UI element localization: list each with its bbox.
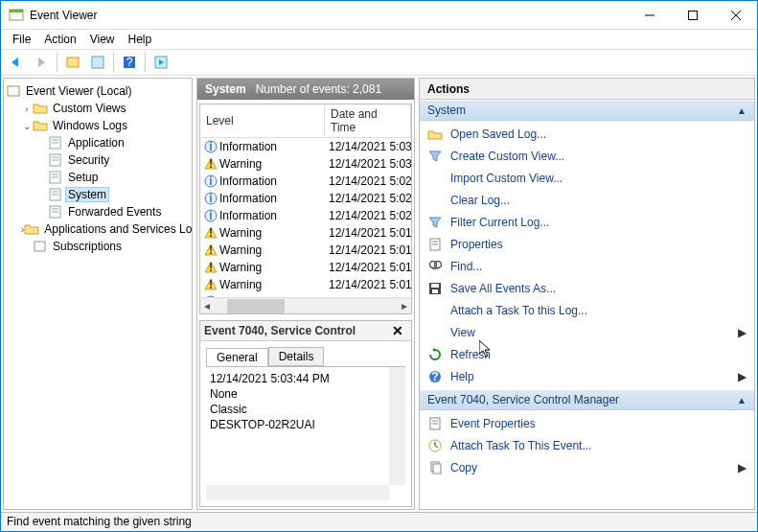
log-icon xyxy=(48,187,63,202)
event-row[interactable]: iInformation12/14/2021 5:02:30 xyxy=(200,207,411,224)
action-item[interactable]: Filter Current Log... xyxy=(420,211,754,233)
expand-icon[interactable]: ⌄ xyxy=(21,121,33,131)
log-icon xyxy=(48,135,63,150)
tree-item[interactable]: System xyxy=(6,186,190,203)
event-level: Warning xyxy=(219,157,262,171)
event-row[interactable]: iInformation12/14/2021 5:02:30 xyxy=(200,190,411,207)
maximize-button[interactable] xyxy=(671,1,714,29)
folder-icon xyxy=(24,221,39,237)
info-icon: i xyxy=(204,192,218,205)
collapse-icon[interactable]: ▲ xyxy=(737,395,747,405)
detail-h-scrollbar[interactable] xyxy=(206,485,389,500)
action-item[interactable]: Event Properties xyxy=(420,412,754,434)
forward-button[interactable] xyxy=(30,52,53,73)
event-table-body[interactable]: iInformation12/14/2021 5:03:44!Warning12… xyxy=(200,138,411,297)
action-item[interactable]: ?Help▶ xyxy=(420,365,754,387)
detail-title: Event 7040, Service Control xyxy=(204,324,388,337)
props-icon xyxy=(427,416,443,431)
expand-icon[interactable]: › xyxy=(21,104,33,114)
toolbar: ? xyxy=(1,49,757,76)
menu-view[interactable]: View xyxy=(84,31,121,48)
menu-action[interactable]: Action xyxy=(38,31,81,48)
event-datetime: 12/14/2021 5:03:20 xyxy=(325,157,411,171)
action-item[interactable]: Attach a Task To this Log... xyxy=(420,299,754,321)
event-datetime: 12/14/2021 5:01:19 xyxy=(325,278,411,291)
event-viewer-icon xyxy=(6,83,21,99)
tree-item[interactable]: Setup xyxy=(6,169,190,186)
event-row[interactable]: iInformation12/14/2021 5:02:30 xyxy=(200,173,411,190)
action-item[interactable]: Refresh xyxy=(420,343,754,365)
event-row[interactable]: !Warning12/14/2021 5:01:19 xyxy=(200,276,411,293)
event-row[interactable]: iInformation12/14/2021 5:03:44 xyxy=(200,138,411,155)
svg-point-48 xyxy=(435,261,442,267)
toolbar-icon-1[interactable] xyxy=(61,52,84,73)
event-row[interactable]: !Warning12/14/2021 5:01:19 xyxy=(200,242,411,259)
svg-text:i: i xyxy=(209,209,212,222)
save-icon xyxy=(427,281,443,296)
center-header-title: System xyxy=(205,82,246,96)
open-icon xyxy=(427,127,443,142)
close-button[interactable] xyxy=(714,1,757,29)
action-item[interactable]: Attach Task To This Event... xyxy=(420,434,754,456)
event-row[interactable]: !Warning12/14/2021 5:03:20 xyxy=(200,155,411,173)
minimize-button[interactable] xyxy=(628,1,671,29)
action-item[interactable]: Copy▶ xyxy=(420,456,754,478)
chevron-right-icon: ▶ xyxy=(738,326,747,339)
collapse-icon[interactable]: ▲ xyxy=(737,105,747,116)
detail-v-scrollbar[interactable] xyxy=(389,367,405,485)
svg-rect-1 xyxy=(10,10,23,12)
event-row[interactable]: !Warning12/14/2021 5:01:19 xyxy=(200,259,411,276)
tree-item[interactable]: Forwarded Events xyxy=(6,203,190,220)
detail-close-icon[interactable]: ✕ xyxy=(388,323,407,338)
tree-item[interactable]: Security xyxy=(6,151,190,169)
tree-item[interactable]: Subscriptions xyxy=(6,238,190,255)
center-pane: System Number of events: 2,081 Level Dat… xyxy=(196,78,415,510)
action-item[interactable]: View▶ xyxy=(420,321,754,343)
action-item[interactable]: Save All Events As... xyxy=(420,277,754,299)
tree-item[interactable]: ›Custom Views xyxy=(6,100,190,117)
action-item-label: Attach a Task To this Log... xyxy=(450,304,587,317)
toolbar-help-icon[interactable]: ? xyxy=(118,52,141,73)
action-item[interactable]: Clear Log... xyxy=(420,189,754,211)
col-level[interactable]: Level xyxy=(200,104,325,137)
tree-item-label: Application xyxy=(65,135,127,150)
center-header-count: Number of events: 2,081 xyxy=(256,82,381,96)
center-header: System Number of events: 2,081 xyxy=(197,79,414,100)
action-item[interactable]: Find... xyxy=(420,255,754,277)
action-item-label: Open Saved Log... xyxy=(450,127,546,141)
action-item-label: Copy xyxy=(450,461,477,474)
info-icon: i xyxy=(204,174,218,188)
col-datetime[interactable]: Date and Time xyxy=(325,104,411,137)
event-table-header[interactable]: Level Date and Time xyxy=(200,104,411,138)
tab-general[interactable]: General xyxy=(206,348,268,367)
action-item-label: Refresh xyxy=(450,348,491,361)
action-item[interactable]: Open Saved Log... xyxy=(420,123,754,145)
log-icon xyxy=(48,204,63,220)
toolbar-icon-2[interactable] xyxy=(86,52,109,73)
menu-file[interactable]: File xyxy=(7,31,36,48)
event-datetime: 12/14/2021 5:01:21 xyxy=(325,226,411,240)
svg-text:!: ! xyxy=(209,157,213,171)
h-scrollbar[interactable]: ◂▸ xyxy=(200,297,411,313)
action-section-header[interactable]: Event 7040, Service Control Manager▲ xyxy=(420,389,754,410)
event-level: Warning xyxy=(219,278,262,291)
tree-root[interactable]: Event Viewer (Local) xyxy=(6,82,190,100)
menu-help[interactable]: Help xyxy=(123,31,158,48)
chevron-right-icon: ▶ xyxy=(738,461,747,474)
svg-text:!: ! xyxy=(209,261,213,274)
action-item[interactable]: Properties xyxy=(420,233,754,255)
tree-item[interactable]: Application xyxy=(6,134,190,151)
toolbar-icon-3[interactable] xyxy=(149,52,172,73)
event-row[interactable]: !Warning12/14/2021 5:01:21 xyxy=(200,224,411,242)
svg-text:i: i xyxy=(209,192,212,205)
action-item[interactable]: Import Custom View... xyxy=(420,167,754,189)
action-item[interactable]: Create Custom View... xyxy=(420,145,754,167)
event-level: Information xyxy=(219,209,277,222)
tree-item[interactable]: ⌄Windows Logs xyxy=(6,117,190,134)
back-button[interactable] xyxy=(5,52,28,73)
svg-rect-27 xyxy=(34,242,45,251)
blank-icon xyxy=(427,171,443,186)
action-section-header[interactable]: System▲ xyxy=(420,100,754,121)
tree-item[interactable]: ›Applications and Services Lo xyxy=(6,220,190,238)
tab-details[interactable]: Details xyxy=(268,347,325,366)
